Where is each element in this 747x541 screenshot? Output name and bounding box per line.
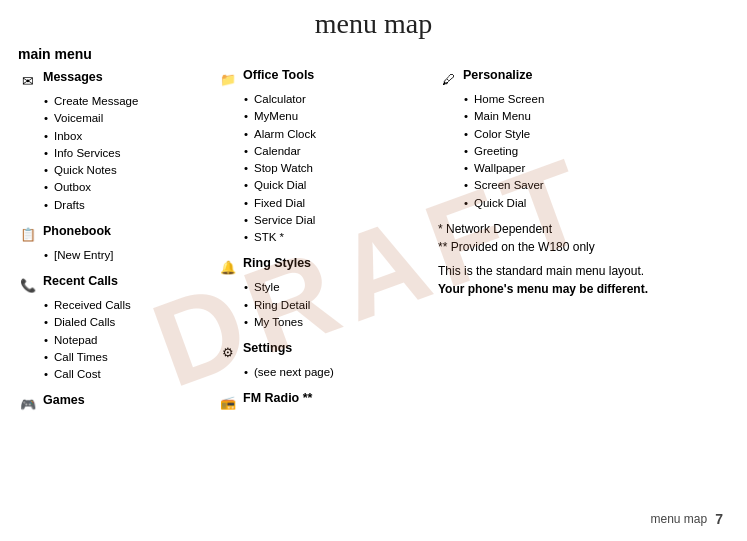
recent-calls-title: Recent Calls [43,274,118,288]
personalize-list: Home Screen Main Menu Color Style Greeti… [438,91,729,212]
settings-icon: ⚙ [218,342,238,362]
footer-label: menu map [651,512,708,526]
page-title: menu map [0,0,747,46]
list-item: Fixed Dial [244,195,438,212]
ring-styles-icon: 🔔 [218,257,238,277]
settings-group: ⚙ Settings (see next page) [218,341,438,381]
list-item: Service Dial [244,212,438,229]
list-item: Inbox [44,128,218,145]
list-item: Call Cost [44,366,218,383]
list-item: Create Message [44,93,218,110]
footer-page-number: 7 [715,511,723,527]
recent-calls-icon: 📞 [18,275,38,295]
list-item: [New Entry] [44,247,218,264]
phonebook-title: Phonebook [43,224,111,238]
list-item: Voicemail [44,110,218,127]
list-item: Screen Saver [464,177,729,194]
games-icon: 🎮 [18,394,38,414]
list-item: Calculator [244,91,438,108]
messages-list: Create Message Voicemail Inbox Info Serv… [18,93,218,214]
list-item: STK * [244,229,438,246]
list-item: Style [244,279,438,296]
personalize-icon: 🖊 [438,69,458,89]
network-note: * Network Dependent [438,222,729,236]
right-column: 🖊 Personalize Home Screen Main Menu Colo… [438,46,729,424]
list-item: Wallpaper [464,160,729,177]
ring-styles-list: Style Ring Detail My Tones [218,279,438,331]
messages-title: Messages [43,70,103,84]
list-item: Call Times [44,349,218,366]
list-item: Drafts [44,197,218,214]
recent-calls-group: 📞 Recent Calls Received Calls Dialed Cal… [18,274,218,383]
list-item: Calendar [244,143,438,160]
office-tools-list: Calculator MyMenu Alarm Clock Calendar S… [218,91,438,246]
phonebook-icon: 📋 [18,225,38,245]
list-item: Stop Watch [244,160,438,177]
messages-icon: ✉ [18,71,38,91]
list-item: Quick Notes [44,162,218,179]
list-item: Home Screen [464,91,729,108]
list-item: Quick Dial [244,177,438,194]
fm-radio-icon: 📻 [218,392,238,412]
list-item: Received Calls [44,297,218,314]
list-item: (see next page) [244,364,438,381]
standard-note: This is the standard main menu layout. Y… [438,262,729,298]
recent-calls-list: Received Calls Dialed Calls Notepad Call… [18,297,218,383]
settings-title: Settings [243,341,292,355]
games-title: Games [43,393,85,407]
list-item: Ring Detail [244,297,438,314]
list-item: Color Style [464,126,729,143]
phonebook-group: 📋 Phonebook [New Entry] [18,224,218,264]
personalize-group: 🖊 Personalize Home Screen Main Menu Colo… [438,68,729,212]
phonebook-list: [New Entry] [18,247,218,264]
office-tools-icon: 📁 [218,69,238,89]
list-item: Notepad [44,332,218,349]
ring-styles-title: Ring Styles [243,256,311,270]
list-item: Outbox [44,179,218,196]
personalize-title: Personalize [463,68,532,82]
messages-group: ✉ Messages Create Message Voicemail Inbo… [18,70,218,214]
fm-radio-title: FM Radio ** [243,391,312,405]
ring-styles-group: 🔔 Ring Styles Style Ring Detail My Tones [218,256,438,331]
office-tools-title: Office Tools [243,68,314,82]
main-menu-label: main menu [18,46,218,62]
provided-note: ** Provided on the W180 only [438,240,729,254]
left-column: main menu ✉ Messages Create Message Voic… [18,46,218,424]
list-item: Info Services [44,145,218,162]
list-item: Main Menu [464,108,729,125]
list-item: MyMenu [244,108,438,125]
games-group: 🎮 Games [18,393,218,414]
office-tools-group: 📁 Office Tools Calculator MyMenu Alarm C… [218,68,438,246]
list-item: My Tones [244,314,438,331]
fm-radio-group: 📻 FM Radio ** [218,391,438,412]
mid-column: 📁 Office Tools Calculator MyMenu Alarm C… [218,46,438,424]
list-item: Alarm Clock [244,126,438,143]
list-item: Quick Dial [464,195,729,212]
settings-list: (see next page) [218,364,438,381]
list-item: Dialed Calls [44,314,218,331]
list-item: Greeting [464,143,729,160]
footer: menu map 7 [651,511,724,527]
